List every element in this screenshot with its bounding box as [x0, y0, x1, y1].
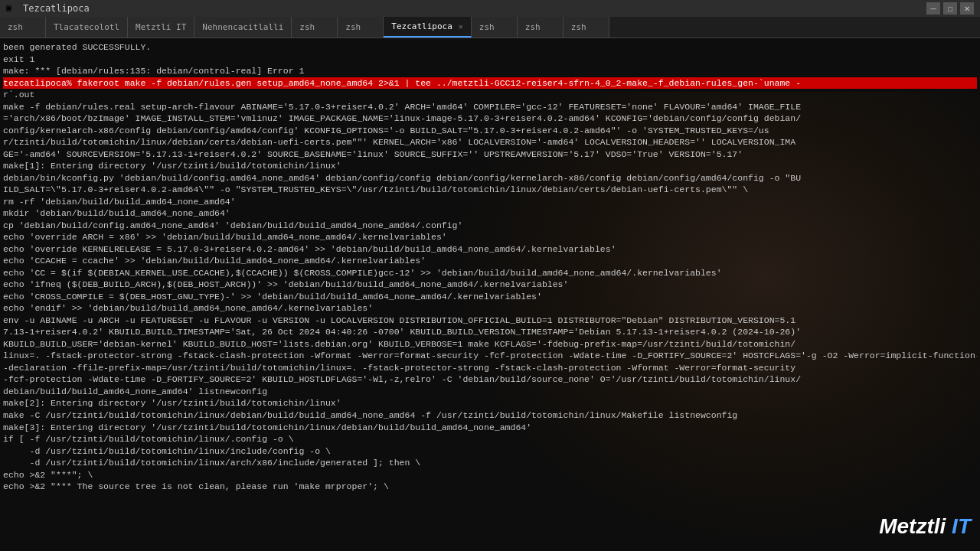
title-bar: ▣ Tezcatlipoca ─ □ ✕: [0, 0, 980, 17]
tab-label: Nehnencacitlalli: [202, 22, 283, 32]
tab-label: zsh: [525, 22, 541, 32]
terminal-line: echo 'CC = $(if $(DEBIAN_KERNEL_USE_CCAC…: [3, 267, 977, 279]
terminal-line: -d /usr/tzinti/build/totomichin/linux/in…: [3, 445, 977, 458]
terminal-line: debian/bin/kconfig.py 'debian/build/conf…: [3, 172, 977, 184]
terminal-line: config/kernelarch-x86/config debian/conf…: [3, 125, 977, 137]
tab-tlacatecolotl-1[interactable]: Tlacatecolotl: [46, 17, 128, 37]
terminal-line: make: *** [debian/rules:135: debian/cont…: [3, 65, 977, 77]
terminal-line: echo 'override KERNELRELEASE = 5.17.0-3+…: [3, 243, 977, 256]
terminal-area[interactable]: been generated SUCCESSFULLY.exit 1make: …: [0, 38, 980, 551]
tab-label: Tlacatecolotl: [54, 22, 119, 32]
tab-metztli-it-2[interactable]: Metztli IT: [128, 17, 194, 37]
terminal-line: echo 'CROSS_COMPILE = $(DEB_HOST_GNU_TYP…: [3, 291, 977, 303]
title-bar-title: Tezcatlipoca: [23, 3, 90, 14]
terminal-output[interactable]: been generated SUCCESSFULLY.exit 1make: …: [0, 38, 980, 551]
terminal-line: make -C /usr/tzinti/build/totomichin/lin…: [3, 409, 977, 422]
app-icon: ▣: [6, 2, 18, 15]
close-button[interactable]: ✕: [960, 2, 974, 15]
terminal-line: -d /usr/tzinti/build/totomichin/linux/ar…: [3, 457, 977, 469]
terminal-line: rm -rf 'debian/build/build_amd64_none_am…: [3, 196, 977, 208]
tab-bar: zshTlacatecolotlMetztli ITNehnencacitlal…: [0, 17, 980, 38]
terminal-line: linux=. -fstack-protector-strong -fstack…: [3, 350, 977, 362]
terminal-line: r`.out: [3, 89, 977, 101]
terminal-line: echo 'override ARCH = x86' >> 'debian/bu…: [3, 231, 977, 243]
tab-label: Metztli IT: [136, 22, 186, 32]
title-bar-left: ▣ Tezcatlipoca: [6, 2, 90, 15]
terminal-line: cp 'debian/build/config.amd64_none_amd64…: [3, 220, 977, 232]
terminal-line: make[2]: Entering directory '/usr/tzinti…: [3, 397, 977, 409]
terminal-line: -fcf-protection -Wdate-time -D_FORTIFY_S…: [3, 373, 977, 386]
tab-label: zsh: [345, 22, 361, 32]
tab-nehnencacitlalli-3[interactable]: Nehnencacitlalli: [194, 17, 292, 37]
terminal-line: debian/build/build_amd64_none_amd64' lis…: [3, 386, 977, 398]
tab-zsh-9[interactable]: zsh: [564, 17, 609, 37]
terminal-line: ='arch/x86/boot/bzImage' IMAGE_INSTALL_S…: [3, 112, 977, 125]
terminal-line: echo 'CCACHE = ccache' >> 'debian/build/…: [3, 255, 977, 267]
minimize-button[interactable]: ─: [926, 2, 940, 15]
terminal-line: been generated SUCCESSFULLY.: [3, 41, 977, 54]
terminal-line: make[3]: Entering directory '/usr/tzinti…: [3, 422, 977, 434]
tab-tezcatlipoca-6[interactable]: Tezcatlipoca✕: [384, 17, 472, 37]
watermark-metztli: Metztli: [879, 514, 952, 538]
maximize-button[interactable]: □: [943, 2, 957, 15]
terminal-line: env -u ABINAME -u ARCH -u FEATURESET -u …: [3, 315, 977, 327]
terminal-line: tezcatlipoca% fakeroot make -f debian/ru…: [3, 77, 977, 90]
tab-zsh-7[interactable]: zsh: [472, 17, 518, 37]
tab-label: zsh: [8, 22, 23, 32]
tab-zsh-8[interactable]: zsh: [518, 17, 564, 37]
terminal-line: echo 'endif' >> 'debian/build/build_amd6…: [3, 302, 977, 315]
terminal-line: make[1]: Entering directory '/usr/tzinti…: [3, 160, 977, 172]
terminal-line: 7.13-1+reiser4.0.2' KBUILD_BUILD_TIMESTA…: [3, 326, 977, 338]
terminal-line: make -f debian/rules.real setup-arch-fla…: [3, 101, 977, 113]
title-bar-controls: ─ □ ✕: [926, 2, 974, 15]
watermark-it: IT: [952, 514, 971, 538]
tab-label: Tezcatlipoca: [391, 21, 452, 31]
watermark: Metztli IT: [879, 514, 971, 539]
tab-close-button[interactable]: ✕: [459, 23, 463, 31]
tab-zsh-4[interactable]: zsh: [292, 17, 338, 37]
terminal-line: KBUILD_BUILD_USER='debian-kernel' KBUILD…: [3, 338, 977, 350]
tab-zsh-5[interactable]: zsh: [338, 17, 384, 37]
tab-label: zsh: [299, 22, 315, 32]
terminal-line: mkdir 'debian/build/build_amd64_none_amd…: [3, 207, 977, 220]
terminal-line: r/tzinti/build/totomichin/linux/debian/c…: [3, 136, 977, 148]
terminal-line: echo >&2 "***"; \: [3, 469, 977, 481]
terminal-line: if [ -f /usr/tzinti/build/totomichin/lin…: [3, 433, 977, 445]
terminal-line: echo 'ifneq ($(DEB_BUILD_ARCH),$(DEB_HOS…: [3, 279, 977, 291]
terminal-line: echo >&2 "*** The source tree is not cle…: [3, 481, 977, 493]
tab-zsh-0[interactable]: zsh: [0, 17, 46, 37]
terminal-line: -declaration -ffile-prefix-map=/usr/tzin…: [3, 362, 977, 374]
tab-label: zsh: [571, 22, 586, 32]
tab-label: zsh: [479, 22, 495, 32]
terminal-line: GE='-amd64' SOURCEVERSION='5.17.13-1+rei…: [3, 148, 977, 161]
terminal-line: exit 1: [3, 54, 977, 66]
terminal-line: ILD_SALT=\"5.17.0-3+reiser4.0.2-amd64\""…: [3, 184, 977, 196]
